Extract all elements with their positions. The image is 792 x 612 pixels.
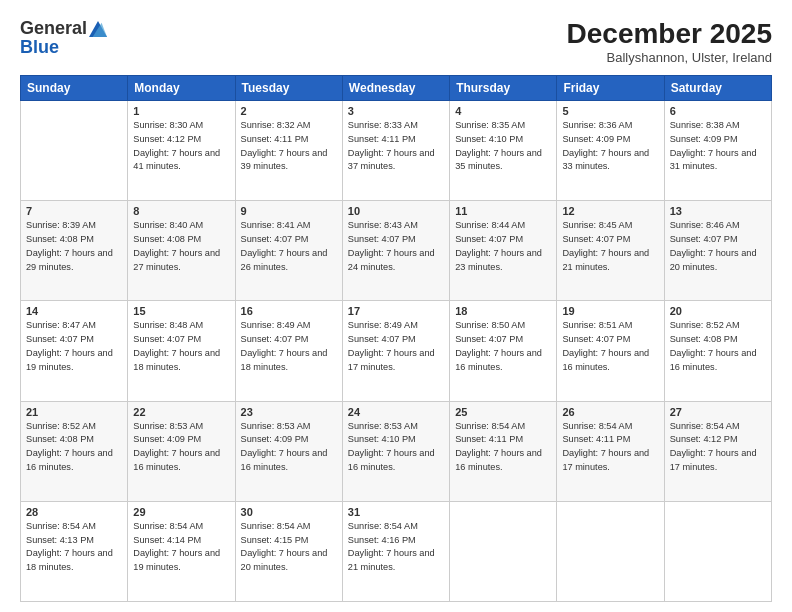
daylight-text: Daylight: 7 hours and 20 minutes. (670, 248, 757, 272)
cell-0-5: 5 Sunrise: 8:36 AM Sunset: 4:09 PM Dayli… (557, 101, 664, 201)
cell-2-2: 16 Sunrise: 8:49 AM Sunset: 4:07 PM Dayl… (235, 301, 342, 401)
sunset-text: Sunset: 4:07 PM (670, 234, 738, 244)
day-number: 6 (670, 105, 766, 117)
day-info: Sunrise: 8:51 AM Sunset: 4:07 PM Dayligh… (562, 319, 658, 374)
daylight-text: Daylight: 7 hours and 19 minutes. (26, 348, 113, 372)
cell-4-4 (450, 501, 557, 601)
calendar-table: Sunday Monday Tuesday Wednesday Thursday… (20, 75, 772, 602)
logo-blue: Blue (20, 37, 59, 57)
day-info: Sunrise: 8:54 AM Sunset: 4:12 PM Dayligh… (670, 420, 766, 475)
sunrise-text: Sunrise: 8:33 AM (348, 120, 418, 130)
day-info: Sunrise: 8:39 AM Sunset: 4:08 PM Dayligh… (26, 219, 122, 274)
sunset-text: Sunset: 4:09 PM (133, 434, 201, 444)
sunset-text: Sunset: 4:08 PM (670, 334, 738, 344)
sunrise-text: Sunrise: 8:53 AM (348, 421, 418, 431)
day-number: 15 (133, 305, 229, 317)
day-number: 1 (133, 105, 229, 117)
cell-4-3: 31 Sunrise: 8:54 AM Sunset: 4:16 PM Dayl… (342, 501, 449, 601)
page: General Blue December 2025 Ballyshannon,… (0, 0, 792, 612)
cell-0-2: 2 Sunrise: 8:32 AM Sunset: 4:11 PM Dayli… (235, 101, 342, 201)
daylight-text: Daylight: 7 hours and 17 minutes. (562, 448, 649, 472)
cell-3-4: 25 Sunrise: 8:54 AM Sunset: 4:11 PM Dayl… (450, 401, 557, 501)
sunset-text: Sunset: 4:11 PM (455, 434, 523, 444)
day-info: Sunrise: 8:41 AM Sunset: 4:07 PM Dayligh… (241, 219, 337, 274)
day-info: Sunrise: 8:53 AM Sunset: 4:10 PM Dayligh… (348, 420, 444, 475)
day-number: 11 (455, 205, 551, 217)
col-tuesday: Tuesday (235, 76, 342, 101)
day-info: Sunrise: 8:49 AM Sunset: 4:07 PM Dayligh… (241, 319, 337, 374)
day-number: 21 (26, 406, 122, 418)
cell-4-1: 29 Sunrise: 8:54 AM Sunset: 4:14 PM Dayl… (128, 501, 235, 601)
daylight-text: Daylight: 7 hours and 24 minutes. (348, 248, 435, 272)
sunrise-text: Sunrise: 8:32 AM (241, 120, 311, 130)
day-info: Sunrise: 8:54 AM Sunset: 4:16 PM Dayligh… (348, 520, 444, 575)
daylight-text: Daylight: 7 hours and 16 minutes. (562, 348, 649, 372)
day-number: 23 (241, 406, 337, 418)
cell-4-0: 28 Sunrise: 8:54 AM Sunset: 4:13 PM Dayl… (21, 501, 128, 601)
col-wednesday: Wednesday (342, 76, 449, 101)
cell-0-4: 4 Sunrise: 8:35 AM Sunset: 4:10 PM Dayli… (450, 101, 557, 201)
daylight-text: Daylight: 7 hours and 37 minutes. (348, 148, 435, 172)
day-number: 29 (133, 506, 229, 518)
sunrise-text: Sunrise: 8:45 AM (562, 220, 632, 230)
day-info: Sunrise: 8:44 AM Sunset: 4:07 PM Dayligh… (455, 219, 551, 274)
sunrise-text: Sunrise: 8:54 AM (562, 421, 632, 431)
daylight-text: Daylight: 7 hours and 17 minutes. (670, 448, 757, 472)
daylight-text: Daylight: 7 hours and 35 minutes. (455, 148, 542, 172)
location: Ballyshannon, Ulster, Ireland (567, 50, 772, 65)
sunset-text: Sunset: 4:07 PM (241, 234, 309, 244)
cell-2-3: 17 Sunrise: 8:49 AM Sunset: 4:07 PM Dayl… (342, 301, 449, 401)
day-info: Sunrise: 8:40 AM Sunset: 4:08 PM Dayligh… (133, 219, 229, 274)
month-title: December 2025 (567, 18, 772, 50)
sunrise-text: Sunrise: 8:54 AM (26, 521, 96, 531)
day-info: Sunrise: 8:30 AM Sunset: 4:12 PM Dayligh… (133, 119, 229, 174)
cell-2-0: 14 Sunrise: 8:47 AM Sunset: 4:07 PM Dayl… (21, 301, 128, 401)
sunrise-text: Sunrise: 8:54 AM (133, 521, 203, 531)
day-number: 19 (562, 305, 658, 317)
day-info: Sunrise: 8:54 AM Sunset: 4:11 PM Dayligh… (562, 420, 658, 475)
col-monday: Monday (128, 76, 235, 101)
daylight-text: Daylight: 7 hours and 41 minutes. (133, 148, 220, 172)
daylight-text: Daylight: 7 hours and 33 minutes. (562, 148, 649, 172)
day-info: Sunrise: 8:45 AM Sunset: 4:07 PM Dayligh… (562, 219, 658, 274)
day-number: 12 (562, 205, 658, 217)
sunrise-text: Sunrise: 8:54 AM (348, 521, 418, 531)
day-info: Sunrise: 8:33 AM Sunset: 4:11 PM Dayligh… (348, 119, 444, 174)
day-number: 27 (670, 406, 766, 418)
sunrise-text: Sunrise: 8:49 AM (241, 320, 311, 330)
header: General Blue December 2025 Ballyshannon,… (20, 18, 772, 65)
cell-4-5 (557, 501, 664, 601)
day-info: Sunrise: 8:43 AM Sunset: 4:07 PM Dayligh… (348, 219, 444, 274)
day-info: Sunrise: 8:47 AM Sunset: 4:07 PM Dayligh… (26, 319, 122, 374)
calendar-header-row: Sunday Monday Tuesday Wednesday Thursday… (21, 76, 772, 101)
sunset-text: Sunset: 4:12 PM (133, 134, 201, 144)
cell-1-6: 13 Sunrise: 8:46 AM Sunset: 4:07 PM Dayl… (664, 201, 771, 301)
day-info: Sunrise: 8:53 AM Sunset: 4:09 PM Dayligh… (241, 420, 337, 475)
day-info: Sunrise: 8:49 AM Sunset: 4:07 PM Dayligh… (348, 319, 444, 374)
day-number: 2 (241, 105, 337, 117)
col-friday: Friday (557, 76, 664, 101)
day-info: Sunrise: 8:38 AM Sunset: 4:09 PM Dayligh… (670, 119, 766, 174)
sunset-text: Sunset: 4:13 PM (26, 535, 94, 545)
daylight-text: Daylight: 7 hours and 16 minutes. (670, 348, 757, 372)
sunset-text: Sunset: 4:10 PM (348, 434, 416, 444)
col-thursday: Thursday (450, 76, 557, 101)
daylight-text: Daylight: 7 hours and 16 minutes. (455, 348, 542, 372)
day-number: 7 (26, 205, 122, 217)
daylight-text: Daylight: 7 hours and 17 minutes. (348, 348, 435, 372)
day-info: Sunrise: 8:50 AM Sunset: 4:07 PM Dayligh… (455, 319, 551, 374)
sunrise-text: Sunrise: 8:49 AM (348, 320, 418, 330)
day-info: Sunrise: 8:54 AM Sunset: 4:15 PM Dayligh… (241, 520, 337, 575)
day-number: 31 (348, 506, 444, 518)
day-number: 9 (241, 205, 337, 217)
week-row-3: 21 Sunrise: 8:52 AM Sunset: 4:08 PM Dayl… (21, 401, 772, 501)
day-number: 20 (670, 305, 766, 317)
sunset-text: Sunset: 4:07 PM (562, 234, 630, 244)
sunrise-text: Sunrise: 8:54 AM (455, 421, 525, 431)
sunset-text: Sunset: 4:08 PM (26, 434, 94, 444)
sunset-text: Sunset: 4:09 PM (670, 134, 738, 144)
daylight-text: Daylight: 7 hours and 27 minutes. (133, 248, 220, 272)
sunset-text: Sunset: 4:09 PM (241, 434, 309, 444)
cell-4-2: 30 Sunrise: 8:54 AM Sunset: 4:15 PM Dayl… (235, 501, 342, 601)
sunset-text: Sunset: 4:07 PM (241, 334, 309, 344)
